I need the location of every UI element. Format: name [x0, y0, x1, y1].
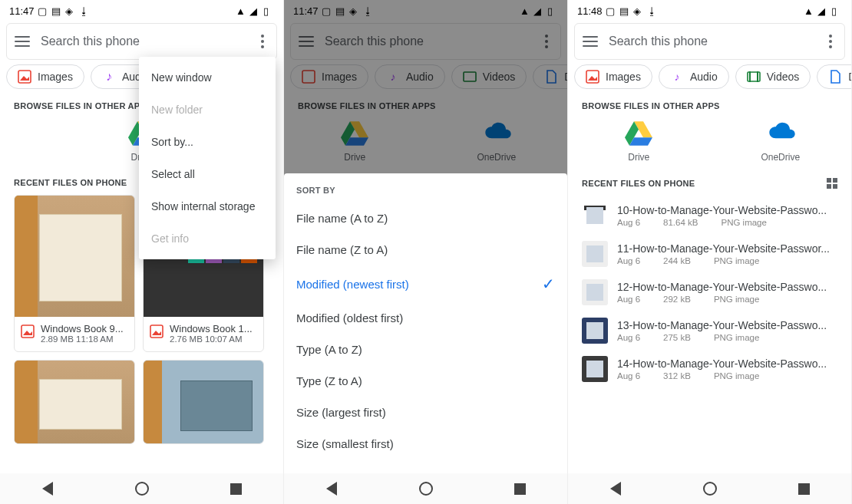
app-label: OneDrive	[761, 152, 800, 163]
menu-select-all[interactable]: Select all	[139, 158, 276, 190]
svg-rect-18	[757, 71, 758, 82]
search-placeholder[interactable]: Search this phone	[41, 35, 246, 48]
file-type: PNG image	[714, 333, 759, 342]
chip-audio[interactable]: ♪Audio	[659, 64, 729, 89]
sort-option-label: File name (Z to A)	[296, 243, 388, 256]
status-time: 11:47	[9, 5, 35, 17]
chip-images[interactable]: Images	[574, 64, 652, 89]
overflow-menu: New window New folder Sort by... Select …	[139, 57, 276, 259]
menu-icon[interactable]	[15, 36, 30, 47]
file-name: Windows Book 9...	[41, 323, 124, 334]
list-item[interactable]: 11-How-to-Manage-Your-Website-Passwor...…	[577, 235, 842, 273]
nav-back[interactable]	[39, 480, 56, 497]
nav-recents[interactable]	[228, 480, 245, 497]
file-thumbnail	[582, 203, 608, 229]
file-card[interactable]: Windows Book 9... 2.89 MB 11:18 AM	[14, 195, 135, 352]
svg-marker-1	[20, 76, 29, 81]
shield-icon: ◈	[633, 5, 644, 16]
file-type: PNG image	[721, 218, 766, 227]
music-note-icon: ♪	[102, 70, 116, 84]
file-name: 10-How-to-Manage-Your-Website-Passwo...	[617, 204, 837, 216]
file-name: 13-How-to-Manage-Your-Website-Passwo...	[617, 319, 837, 331]
menu-new-window[interactable]: New window	[139, 61, 276, 94]
image-icon	[18, 70, 31, 84]
file-name: Windows Book 1...	[170, 323, 253, 334]
status-bar: 11:48 ▢ ▤ ◈ ⭳ ▲ ◢ ▯	[568, 0, 851, 18]
nav-recents[interactable]	[512, 480, 529, 497]
search-placeholder[interactable]: Search this phone	[609, 35, 814, 48]
app-drive[interactable]: Drive	[593, 121, 685, 163]
nav-back[interactable]	[323, 480, 340, 497]
chip-images[interactable]: Images	[6, 64, 84, 89]
signal-icon: ◢	[817, 5, 828, 16]
view-toggle-button[interactable]	[827, 178, 837, 189]
app-label: Drive	[628, 152, 649, 163]
menu-show-internal[interactable]: Show internal storage	[139, 190, 276, 222]
sort-option[interactable]: Size (largest first)	[284, 397, 567, 428]
battery-icon: ▯	[263, 5, 274, 16]
sort-option-label: File name (A to Z)	[296, 212, 388, 225]
nav-recents[interactable]	[796, 480, 813, 497]
search-bar[interactable]: Search this phone	[6, 23, 277, 60]
sort-option-label: Modified (newest first)	[296, 278, 409, 291]
nav-home[interactable]	[418, 480, 434, 497]
file-date: Aug 6	[617, 371, 640, 380]
list-item[interactable]: 12-How-to-Manage-Your-Website-Passwo... …	[577, 273, 842, 311]
image-icon: ▢	[38, 5, 48, 16]
list-item[interactable]: 13-How-to-Manage-Your-Website-Passwo... …	[577, 311, 842, 350]
nav-back[interactable]	[607, 480, 624, 497]
filter-chip-row: Images ♪Audio Videos Docume	[568, 64, 851, 97]
sort-option[interactable]: File name (A to Z)	[284, 203, 567, 234]
status-time: 11:48	[577, 5, 603, 17]
sort-option[interactable]: Type (A to Z)	[284, 334, 567, 365]
file-name: 14-How-to-Manage-Your-Website-Passwo...	[617, 357, 837, 370]
menu-get-info: Get info	[139, 222, 276, 255]
battery-icon: ▯	[831, 5, 842, 16]
nav-bar	[568, 473, 851, 504]
nav-home[interactable]	[134, 480, 150, 497]
file-card[interactable]	[143, 360, 264, 444]
wifi-icon: ▲	[236, 5, 246, 16]
overflow-button[interactable]	[256, 35, 269, 48]
sort-option[interactable]: Size (smallest first)	[284, 428, 567, 460]
music-note-icon: ♪	[670, 70, 684, 84]
sort-option[interactable]: Type (Z to A)	[284, 365, 567, 397]
chip-label: Videos	[767, 71, 800, 83]
chip-videos[interactable]: Videos	[735, 64, 811, 89]
svg-marker-6	[23, 331, 32, 335]
sort-option[interactable]: Modified (oldest first)	[284, 302, 567, 334]
onedrive-icon	[767, 121, 794, 146]
image-icon	[586, 70, 599, 84]
signal-icon: ◢	[249, 5, 260, 16]
download-icon: ⭳	[647, 5, 658, 16]
nav-bar	[284, 473, 567, 504]
file-date: Aug 6	[617, 295, 640, 304]
menu-sort-by[interactable]: Sort by...	[139, 126, 276, 158]
list-item[interactable]: 10-How-to-Manage-Your-Website-Passwo... …	[577, 196, 842, 235]
overflow-button[interactable]	[824, 35, 837, 48]
file-sub: 2.89 MB 11:18 AM	[41, 334, 124, 344]
chip-documents[interactable]: Docume	[817, 64, 851, 89]
file-card[interactable]	[14, 360, 135, 444]
download-icon: ⭳	[79, 5, 90, 16]
menu-icon[interactable]	[583, 36, 598, 47]
sort-option-label: Type (A to Z)	[296, 343, 362, 356]
wifi-icon: ▲	[804, 5, 814, 16]
chip-label: Docume	[848, 71, 851, 83]
list-item[interactable]: 14-How-to-Manage-Your-Website-Passwo... …	[577, 350, 842, 388]
phone-3: 11:48 ▢ ▤ ◈ ⭳ ▲ ◢ ▯ Search this phone Im…	[568, 0, 852, 504]
sort-option-label: Modified (oldest first)	[296, 311, 403, 324]
shield-icon: ◈	[65, 5, 76, 16]
section-recent-label: RECENT FILES ON PHONE	[582, 179, 695, 188]
sort-option-active[interactable]: Modified (newest first)✓	[284, 265, 567, 302]
app-onedrive[interactable]: OneDrive	[735, 121, 827, 163]
sort-option[interactable]: File name (Z to A)	[284, 234, 567, 265]
chat-icon: ▤	[619, 5, 630, 16]
nav-home[interactable]	[702, 480, 718, 497]
svg-rect-17	[749, 71, 751, 82]
sort-by-sheet: SORT BY File name (A to Z) File name (Z …	[284, 173, 567, 473]
menu-new-folder: New folder	[139, 94, 276, 126]
file-thumbnail	[15, 196, 134, 317]
search-bar[interactable]: Search this phone	[574, 23, 845, 60]
file-size: 275 kB	[663, 333, 691, 342]
